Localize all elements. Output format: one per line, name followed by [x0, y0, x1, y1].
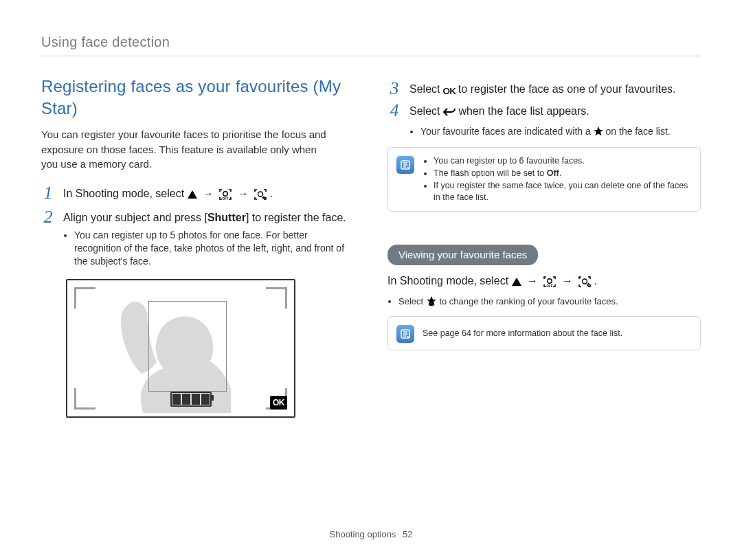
footer-page-number: 52 — [403, 529, 412, 539]
footer-section: Shooting options — [330, 529, 396, 539]
step-1-text: In Shooting mode, select — [63, 188, 188, 199]
step-number: 3 — [387, 80, 401, 98]
arrow-icon: → — [200, 186, 216, 201]
svg-point-3 — [258, 192, 263, 197]
step-2: 2 Align your subject and press [Shutter]… — [41, 208, 355, 269]
step-3-text-a: Select — [409, 83, 443, 95]
step-4-text-a: Select — [409, 105, 443, 117]
svg-marker-7 — [512, 278, 521, 286]
view-bullet-b: to change the ranking of your favourite … — [439, 296, 618, 306]
note-icon — [396, 325, 414, 343]
note1-li1: You can register up to 6 favourite faces… — [434, 155, 692, 167]
svg-text:OFF: OFF — [223, 197, 229, 201]
ok-badge-icon: OK — [270, 396, 287, 410]
arrow-icon: → — [524, 273, 541, 289]
step-4: 4 Select when the face list appears. — [387, 102, 701, 140]
step-3-text-b: to register the face as one of your favo… — [455, 83, 675, 95]
section-lead: You can register your favourite faces to… — [41, 127, 330, 172]
subsection-pill: Viewing your favourite faces — [387, 245, 538, 265]
step-number: 1 — [41, 184, 55, 204]
left-column: Registering faces as your favourites (My… — [41, 76, 355, 418]
note1-li2-b: . — [559, 168, 561, 178]
page-footer: Shooting options 52 — [0, 528, 742, 541]
view-text-prefix: In Shooting mode, select — [387, 275, 512, 287]
arrow-icon: → — [559, 273, 576, 289]
note2-text: See page 64 for more information about t… — [423, 328, 622, 339]
view-text-suffix: . — [594, 275, 597, 287]
step-3: 3 Select OK to register the face as one … — [387, 80, 701, 98]
note-box: See page 64 for more information about t… — [387, 316, 701, 350]
face-list-edit-icon — [578, 276, 591, 291]
step-number: 2 — [41, 208, 55, 269]
up-triangle-icon — [188, 190, 197, 199]
svg-point-8 — [548, 279, 552, 283]
star-rank-icon — [426, 295, 437, 310]
note1-li2-a: The flash option will be set to — [434, 168, 547, 178]
note-box: You can register up to 6 favourite faces… — [387, 147, 701, 212]
note-icon — [396, 156, 414, 174]
note1-li2-bold: Off — [547, 168, 559, 178]
svg-point-1 — [223, 192, 227, 196]
step-4-bullet-b: on the face list. — [606, 126, 671, 137]
svg-marker-5 — [594, 126, 603, 136]
viewfinder-illustration: OK — [66, 279, 295, 418]
step-2-bullet: You can register up to 5 photos for one … — [74, 229, 355, 268]
ok-icon: OK — [442, 85, 455, 98]
svg-rect-12 — [429, 304, 434, 306]
focus-bracket-icon — [74, 388, 95, 410]
right-column: 3 Select OK to register the face as one … — [387, 76, 701, 418]
face-detection-box — [148, 301, 227, 392]
arrow-icon: → — [235, 186, 251, 201]
step-2-text-a: Align your subject and press [ — [63, 212, 207, 223]
focus-bracket-icon — [74, 287, 95, 309]
note1-li2: The flash option will be set to Off. — [434, 168, 692, 179]
step-1: 1 In Shooting mode, select → OFF — [41, 184, 355, 204]
svg-point-10 — [583, 279, 587, 284]
running-header: Using face detection — [41, 33, 701, 56]
focus-bracket-icon — [266, 287, 287, 309]
face-detect-off-icon: OFF — [219, 189, 232, 204]
view-bullet: Select to change the ranking of your fav… — [398, 295, 701, 310]
svg-marker-0 — [188, 190, 197, 199]
svg-text:OFF: OFF — [547, 284, 553, 288]
shutter-label: Shutter — [207, 212, 246, 223]
step-4-bullet: Your favourite faces are indicated with … — [420, 125, 671, 139]
back-icon — [443, 106, 456, 121]
step-4-text-b: when the face list appears. — [458, 105, 589, 117]
note1-li3: If you register the same face twice, you… — [434, 180, 692, 203]
section-title: Registering faces as your favourites (My… — [41, 76, 355, 120]
step-4-bullet-a: Your favourite faces are indicated with … — [420, 126, 594, 137]
step-number: 4 — [387, 102, 401, 140]
face-mystar-icon — [254, 189, 267, 204]
battery-icon — [170, 392, 212, 407]
face-detect-off-icon: OFF — [543, 276, 556, 291]
view-bullet-a: Select — [398, 296, 426, 306]
up-triangle-icon — [512, 278, 521, 286]
star-icon — [594, 126, 603, 139]
step-2-text-b: ] to register the face. — [246, 212, 346, 223]
step-1-suffix: . — [270, 188, 273, 199]
